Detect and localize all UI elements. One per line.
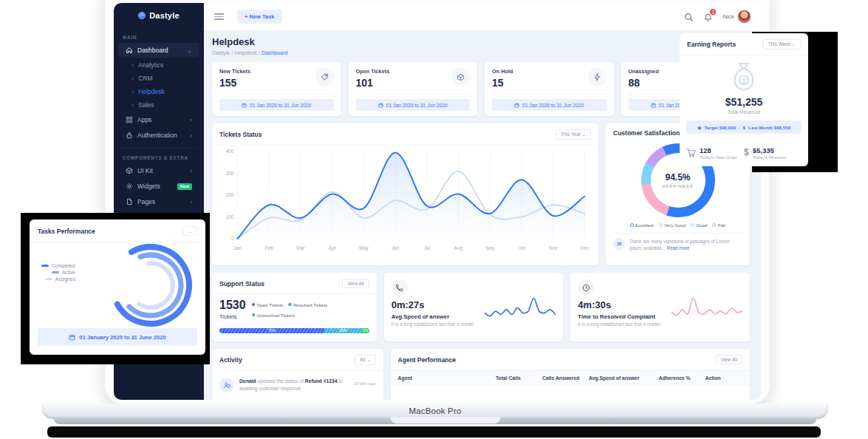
cube-icon	[451, 68, 470, 86]
column-header: Agent	[398, 375, 496, 381]
activity-card: Activity All ⌄ Donald updated t	[212, 349, 383, 400]
calendar-icon	[514, 103, 519, 108]
device-label: MacBook Pro	[409, 406, 461, 415]
svg-text:May: May	[359, 245, 369, 251]
filter-label: This Year	[561, 132, 581, 137]
svg-text:Mar: Mar	[296, 245, 305, 251]
svg-text:100: 100	[226, 214, 234, 220]
date-range-chip[interactable]: 01 Jan 2020 to 31 Jun 2020	[219, 99, 334, 111]
svg-text:Nov: Nov	[549, 245, 558, 251]
scene: Dastyle MAIN Dashboard ⌄ ○ Analytics ○	[0, 0, 868, 439]
sidebar-item-label: Apps	[137, 116, 151, 123]
card-title: Agent Performance	[398, 356, 456, 364]
bullet-icon: ○	[131, 103, 134, 107]
stat-label: Unassigned	[629, 68, 659, 75]
sidebar-subitem-label: Helpdesk	[138, 88, 164, 95]
agent-performance-card: Agent Performance View All Agent Total C…	[391, 349, 750, 400]
sidebar-item-pages[interactable]: Pages ›	[118, 194, 199, 209]
chevron-down-icon: ⌄	[187, 47, 192, 54]
year-filter-dropdown[interactable]: This Year ⌄	[556, 129, 591, 140]
money-bag-icon: $	[680, 61, 808, 93]
sidebar-item-widgets[interactable]: Widgets New	[118, 179, 199, 194]
home-icon	[126, 47, 133, 54]
lock-icon	[126, 132, 133, 139]
new-task-button[interactable]: + New Task	[237, 10, 282, 24]
search-icon[interactable]	[684, 12, 694, 21]
target-icon: ◉	[697, 125, 701, 130]
sidebar-item-apps[interactable]: Apps ›	[118, 112, 199, 127]
legend-ring-icon	[659, 223, 663, 227]
activity-filter-dropdown[interactable]: All ⌄	[355, 355, 375, 365]
svg-text:$: $	[742, 78, 746, 84]
date-range-chip[interactable]: 01 Jan 2020 to 31 Jun 2020	[356, 99, 471, 111]
column-header: Adherence %	[659, 375, 705, 381]
stat-label: New Tickets	[219, 68, 250, 75]
brand-name: Dastyle	[149, 11, 180, 20]
total-revenue-value: $51,255	[680, 96, 808, 108]
sidebar-item-dashboard[interactable]: Dashboard ⌄	[118, 43, 199, 58]
chevron-right-icon: ›	[190, 199, 192, 205]
widgets-icon	[126, 183, 133, 190]
sidebar-item-crm[interactable]: ○ CRM	[114, 72, 204, 85]
hamburger-menu-icon[interactable]	[214, 12, 224, 22]
agent-table-header: Agent Total Calls Calls Answered Avg.Spe…	[391, 370, 750, 386]
stat-value: 88	[629, 77, 659, 89]
read-more-link[interactable]: Read more	[666, 245, 689, 251]
bullet-icon: ○	[131, 63, 134, 67]
user-menu[interactable]: Nick	[722, 10, 751, 23]
more-options-button[interactable]: …	[182, 226, 197, 236]
sidebar-item-authentication[interactable]: Authentication ›	[118, 128, 199, 143]
stat-value: 155	[219, 77, 250, 89]
activity-item[interactable]: Donald updated the status of Refund #123…	[212, 371, 383, 393]
flash-icon	[588, 68, 606, 86]
target-chip: ◉ Target $90,000 / $ Last Month $68,550	[686, 120, 802, 134]
sidebar-item-uikit[interactable]: UI Kit ›	[118, 163, 199, 178]
main-area: + New Task 2 Nick	[204, 3, 761, 400]
tag-icon	[315, 68, 334, 86]
svg-text:Feb: Feb	[265, 245, 274, 251]
legend-item-good: Good	[691, 222, 707, 228]
view-all-button[interactable]: View All	[342, 279, 369, 288]
stat-card-open-tickets: Open Tickets 101 01 Jan 2020 to 31	[349, 62, 478, 116]
sidebar-section-components: COMPONENTS & EXTRA	[123, 155, 195, 160]
cart-icon	[686, 148, 696, 157]
svg-text:0: 0	[231, 236, 234, 241]
view-all-button[interactable]: View All	[716, 355, 742, 364]
happiness-value: 94.5%	[665, 172, 690, 183]
bullet-icon: ○	[131, 76, 134, 81]
progress-segment: 70%	[219, 328, 324, 333]
legend-dot-icon	[288, 303, 292, 307]
column-header: Total Calls	[496, 375, 542, 381]
card-title: Earning Reports	[687, 41, 736, 48]
week-filter-dropdown[interactable]: This Week ⌄	[763, 39, 801, 50]
sidebar-subitem-label: Sales	[138, 101, 154, 109]
date-range-chip[interactable]: 01 January 2020 to 31 June 2020	[38, 328, 197, 346]
avatar	[738, 10, 751, 23]
sidebar-item-analytics[interactable]: ○ Analytics	[114, 58, 204, 72]
sidebar-item-sales[interactable]: ○ Sales	[114, 98, 204, 112]
separator: /	[739, 125, 740, 130]
date-range-chip[interactable]: 01 Jan 2020 to 31 Jun 2020	[492, 99, 606, 111]
stat-value: 101	[356, 77, 390, 89]
sidebar-item-helpdesk[interactable]: ○ Helpdesk	[114, 85, 204, 98]
breadcrumb-dastyle[interactable]: Dastyle	[212, 50, 230, 56]
breadcrumb-helpdesk[interactable]: Helpdesk	[234, 50, 256, 56]
stat-cards-row: New Tickets 155 01 Jan 2020 to 31	[212, 62, 750, 116]
total-revenue-label: Total Revenue	[680, 109, 808, 115]
speed-sparkline-chart	[485, 292, 556, 324]
legend-item-excellent: Excellent	[630, 222, 654, 228]
legend-item-fair: Fair	[712, 222, 725, 228]
brand[interactable]: Dastyle	[114, 3, 204, 28]
page-icon	[126, 198, 133, 205]
legend-item-completed: Completed	[41, 263, 75, 268]
bell-icon[interactable]: 2	[703, 12, 713, 21]
card-title: Activity	[219, 356, 242, 364]
column-header: Avg.Speed of answer	[589, 375, 659, 381]
card-title: Tasks Performance	[38, 228, 95, 235]
charts-row: Tickets Status This Year ⌄ JanFebMarAprM…	[212, 123, 750, 265]
date-range-label: 01 Jan 2020 to 31 Jun 2020	[522, 103, 584, 108]
svg-text:400: 400	[226, 149, 234, 154]
legend-dash-icon	[45, 278, 52, 280]
breadcrumb-dashboard[interactable]: Dashboard	[262, 50, 288, 56]
card-title: Customer Satisfaction	[613, 129, 680, 137]
